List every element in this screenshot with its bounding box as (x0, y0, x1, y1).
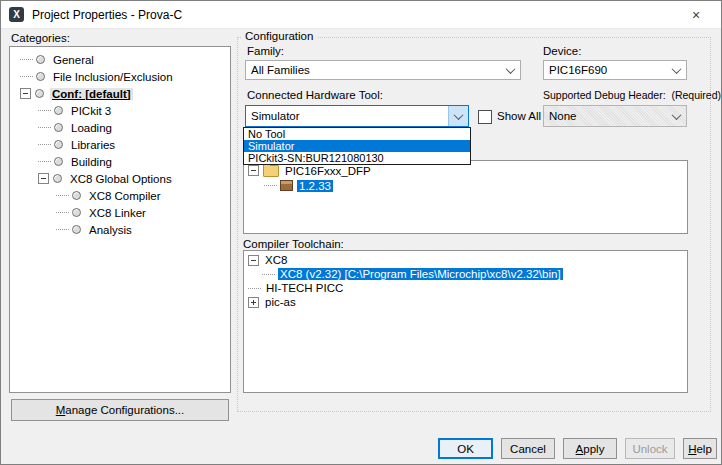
titlebar: X Project Properties - Prova-C × (1, 1, 721, 29)
help-button[interactable]: Help (683, 438, 717, 459)
tree-item[interactable]: XC8 Global Options (10, 170, 230, 187)
categories-label: Categories: (11, 32, 70, 44)
tree-item-label[interactable]: Libraries (69, 139, 117, 151)
tree-connector (264, 185, 277, 186)
tree-item-label[interactable]: Conf: [default] (50, 88, 133, 100)
chevron-down-icon[interactable] (448, 106, 468, 126)
tree-connector (56, 195, 69, 196)
device-packs-panel: PIC16Fxxx_DFP1.2.33 (243, 160, 688, 234)
tree-connector (20, 59, 33, 60)
dropdown-option[interactable]: No Tool (244, 128, 470, 140)
family-value: All Families (246, 64, 501, 76)
tree-connector (38, 161, 51, 162)
apply-button[interactable]: Apply (563, 438, 617, 459)
tree-item[interactable]: Libraries (10, 136, 230, 153)
hardware-tool-label: Connected Hardware Tool: (247, 89, 383, 101)
circle-icon (72, 191, 81, 200)
tree-item[interactable]: Building (10, 153, 230, 170)
circle-icon (54, 123, 63, 132)
expand-plus-icon[interactable] (248, 297, 259, 308)
tree-item[interactable]: XC8 (244, 253, 687, 267)
dropdown-option[interactable]: Simulator (244, 140, 470, 152)
tree-item-label[interactable]: General (51, 54, 96, 66)
tree-item-label[interactable]: 1.2.33 (297, 180, 333, 192)
compiler-toolchain-label: Compiler Toolchain: (243, 238, 344, 250)
device-combobox[interactable]: PIC16F690 (543, 60, 687, 80)
chevron-down-icon (667, 106, 686, 126)
tree-item[interactable]: XC8 Linker (10, 204, 230, 221)
configuration-group-label: Configuration (241, 30, 317, 42)
tree-item[interactable]: PIC16Fxxx_DFP (244, 163, 687, 178)
tree-item-label[interactable]: Analysis (87, 224, 134, 236)
mplab-x-app-icon: X (9, 7, 24, 22)
family-combobox[interactable]: All Families (245, 60, 521, 80)
tree-item[interactable]: pic-as (244, 295, 687, 309)
tree-connector (248, 288, 261, 289)
tree-item-label[interactable]: XC8 Linker (87, 207, 148, 219)
tree-item-label[interactable]: Building (69, 156, 114, 168)
circle-icon (36, 55, 45, 64)
tree-item-label[interactable]: File Inclusion/Exclusion (51, 71, 175, 83)
collapse-minus-icon[interactable] (248, 255, 259, 266)
tree-item[interactable]: Loading (10, 119, 230, 136)
compiler-toolchain-panel: XC8XC8 (v2.32) [C:\Program Files\Microch… (243, 250, 688, 393)
collapse-minus-icon[interactable] (20, 88, 31, 99)
cancel-button[interactable]: Cancel (501, 438, 555, 459)
circle-icon (54, 140, 63, 149)
circle-icon (72, 208, 81, 217)
circle-icon (72, 225, 81, 234)
debug-header-value: None (544, 110, 667, 122)
tree-item[interactable]: XC8 Compiler (10, 187, 230, 204)
tree-connector (38, 127, 51, 128)
tree-item-label[interactable]: XC8 Global Options (68, 173, 174, 185)
family-label: Family: (247, 45, 284, 57)
tree-item-label[interactable]: PICkit 3 (69, 105, 113, 117)
tree-connector (38, 144, 51, 145)
tree-item-label[interactable]: pic-as (263, 296, 298, 308)
tree-connector (38, 110, 51, 111)
categories-tree-panel: GeneralFile Inclusion/ExclusionConf: [de… (9, 46, 231, 393)
tree-item[interactable]: PICkit 3 (10, 102, 230, 119)
tree-connector (262, 274, 275, 275)
tree-item-label[interactable]: HI-TECH PICC (264, 282, 345, 294)
hardware-tool-combobox[interactable]: Simulator (245, 105, 469, 127)
chevron-down-icon[interactable] (501, 61, 520, 79)
package-icon (280, 180, 293, 191)
tree-item[interactable]: HI-TECH PICC (244, 281, 687, 295)
chevron-down-icon[interactable] (667, 61, 686, 79)
tree-item-label[interactable]: XC8 (v2.32) [C:\Program Files\Microchip\… (278, 268, 563, 280)
circle-icon (35, 89, 44, 98)
hardware-tool-value: Simulator (246, 110, 448, 122)
circle-icon (54, 157, 63, 166)
tree-connector (20, 76, 33, 77)
collapse-minus-icon[interactable] (38, 173, 49, 184)
tree-item-label[interactable]: Loading (69, 122, 114, 134)
circle-icon (53, 174, 62, 183)
tree-item[interactable]: 1.2.33 (244, 178, 687, 193)
circle-icon (54, 106, 63, 115)
close-icon[interactable]: × (679, 1, 713, 28)
tree-connector (56, 212, 69, 213)
debug-header-label: Supported Debug Header: (Required) (543, 89, 721, 101)
tree-item[interactable]: XC8 (v2.32) [C:\Program Files\Microchip\… (244, 267, 687, 281)
folder-icon (263, 165, 279, 177)
tree-item-label[interactable]: PIC16Fxxx_DFP (283, 165, 373, 177)
tree-item-label[interactable]: XC8 (263, 254, 289, 266)
project-properties-dialog: X Project Properties - Prova-C × Categor… (0, 0, 722, 465)
tree-item[interactable]: Analysis (10, 221, 230, 238)
tree-item[interactable]: File Inclusion/Exclusion (10, 68, 230, 85)
ok-button[interactable]: OK (438, 438, 493, 459)
tree-item[interactable]: General (10, 51, 230, 68)
tree-item[interactable]: Conf: [default] (10, 85, 230, 102)
collapse-minus-icon[interactable] (248, 165, 259, 176)
manage-configurations-button[interactable]: Manage Configurations... (11, 399, 229, 421)
show-all-checkbox[interactable] (478, 110, 492, 124)
debug-header-combobox: None (543, 105, 687, 127)
show-all-label: Show All (497, 110, 541, 122)
dropdown-option[interactable]: PICkit3-SN:BUR121080130 (244, 152, 470, 164)
device-label: Device: (543, 45, 581, 57)
tree-connector (56, 229, 69, 230)
tree-item-label[interactable]: XC8 Compiler (87, 190, 163, 202)
hardware-tool-dropdown-list: No ToolSimulatorPICkit3-SN:BUR121080130 (243, 127, 471, 165)
unlock-button: Unlock (625, 438, 675, 459)
